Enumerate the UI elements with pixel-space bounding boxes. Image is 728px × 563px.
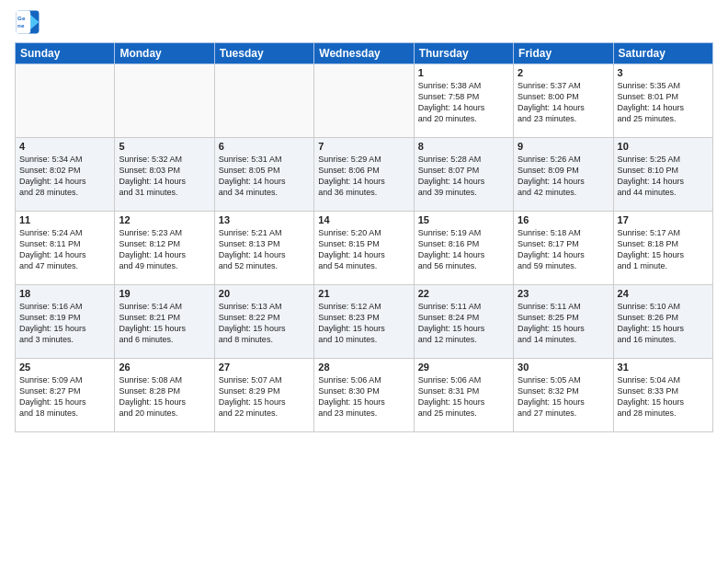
calendar-cell: 5Sunrise: 5:32 AM Sunset: 8:03 PM Daylig… [115,138,214,212]
calendar-cell: 2Sunrise: 5:37 AM Sunset: 8:00 PM Daylig… [514,64,613,138]
calendar-cell: 22Sunrise: 5:11 AM Sunset: 8:24 PM Dayli… [414,285,513,359]
calendar-cell: 4Sunrise: 5:34 AM Sunset: 8:02 PM Daylig… [16,138,115,212]
calendar-cell: 27Sunrise: 5:07 AM Sunset: 8:29 PM Dayli… [214,359,313,432]
calendar-cell: 14Sunrise: 5:20 AM Sunset: 8:15 PM Dayli… [314,212,414,285]
calendar-cell: 18Sunrise: 5:16 AM Sunset: 8:19 PM Dayli… [16,285,115,359]
page: Ge ne SundayMondayTuesdayWednesdayThursd… [0,0,728,563]
week-row-1: 1Sunrise: 5:38 AM Sunset: 7:58 PM Daylig… [16,64,713,138]
day-number: 29 [418,362,509,373]
cell-info: Sunrise: 5:32 AM Sunset: 8:03 PM Dayligh… [119,154,210,199]
day-number: 9 [518,141,609,152]
day-number: 26 [119,362,210,373]
cell-info: Sunrise: 5:13 AM Sunset: 8:22 PM Dayligh… [219,301,310,346]
day-number: 12 [119,214,210,225]
calendar: SundayMondayTuesdayWednesdayThursdayFrid… [15,42,713,432]
cell-info: Sunrise: 5:07 AM Sunset: 8:29 PM Dayligh… [219,374,310,419]
cell-info: Sunrise: 5:21 AM Sunset: 8:13 PM Dayligh… [219,227,310,272]
day-number: 25 [19,362,110,373]
cell-info: Sunrise: 5:20 AM Sunset: 8:15 PM Dayligh… [318,227,409,272]
day-number: 24 [618,288,709,299]
cell-info: Sunrise: 5:23 AM Sunset: 8:12 PM Dayligh… [119,227,210,272]
day-number: 11 [19,214,110,225]
cell-info: Sunrise: 5:24 AM Sunset: 8:11 PM Dayligh… [19,227,110,272]
weekday-header-monday: Monday [115,43,214,64]
day-number: 21 [318,288,409,299]
day-number: 14 [318,214,409,225]
cell-info: Sunrise: 5:25 AM Sunset: 8:10 PM Dayligh… [618,154,709,199]
week-row-3: 11Sunrise: 5:24 AM Sunset: 8:11 PM Dayli… [16,212,713,285]
calendar-cell [214,64,313,138]
calendar-cell: 28Sunrise: 5:06 AM Sunset: 8:30 PM Dayli… [314,359,414,432]
day-number: 19 [119,288,210,299]
calendar-cell: 17Sunrise: 5:17 AM Sunset: 8:18 PM Dayli… [613,212,712,285]
calendar-cell [314,64,414,138]
cell-info: Sunrise: 5:09 AM Sunset: 8:27 PM Dayligh… [19,374,110,419]
calendar-cell: 1Sunrise: 5:38 AM Sunset: 7:58 PM Daylig… [414,64,513,138]
calendar-cell: 25Sunrise: 5:09 AM Sunset: 8:27 PM Dayli… [16,359,115,432]
calendar-cell: 20Sunrise: 5:13 AM Sunset: 8:22 PM Dayli… [214,285,313,359]
calendar-cell: 24Sunrise: 5:10 AM Sunset: 8:26 PM Dayli… [613,285,712,359]
calendar-cell: 3Sunrise: 5:35 AM Sunset: 8:01 PM Daylig… [613,64,712,138]
day-number: 7 [318,141,409,152]
cell-info: Sunrise: 5:06 AM Sunset: 8:30 PM Dayligh… [318,374,409,419]
day-number: 8 [418,141,509,152]
calendar-cell [115,64,214,138]
calendar-cell [16,64,115,138]
calendar-cell: 31Sunrise: 5:04 AM Sunset: 8:33 PM Dayli… [613,359,712,432]
calendar-cell: 10Sunrise: 5:25 AM Sunset: 8:10 PM Dayli… [613,138,712,212]
calendar-cell: 12Sunrise: 5:23 AM Sunset: 8:12 PM Dayli… [115,212,214,285]
calendar-cell: 23Sunrise: 5:11 AM Sunset: 8:25 PM Dayli… [514,285,613,359]
cell-info: Sunrise: 5:38 AM Sunset: 7:58 PM Dayligh… [418,80,509,125]
calendar-cell: 7Sunrise: 5:29 AM Sunset: 8:06 PM Daylig… [314,138,414,212]
calendar-cell: 30Sunrise: 5:05 AM Sunset: 8:32 PM Dayli… [514,359,613,432]
day-number: 27 [219,362,310,373]
cell-info: Sunrise: 5:05 AM Sunset: 8:32 PM Dayligh… [518,374,609,419]
cell-info: Sunrise: 5:34 AM Sunset: 8:02 PM Dayligh… [19,154,110,199]
calendar-cell: 11Sunrise: 5:24 AM Sunset: 8:11 PM Dayli… [16,212,115,285]
logo-icon: Ge ne [15,9,40,35]
day-number: 15 [418,214,509,225]
weekday-header-wednesday: Wednesday [314,43,414,64]
weekday-header-sunday: Sunday [16,43,115,64]
weekday-header-friday: Friday [514,43,613,64]
calendar-cell: 8Sunrise: 5:28 AM Sunset: 8:07 PM Daylig… [414,138,513,212]
cell-info: Sunrise: 5:06 AM Sunset: 8:31 PM Dayligh… [418,374,509,419]
day-number: 30 [518,362,609,373]
cell-info: Sunrise: 5:08 AM Sunset: 8:28 PM Dayligh… [119,374,210,419]
cell-info: Sunrise: 5:11 AM Sunset: 8:24 PM Dayligh… [418,301,509,346]
week-row-2: 4Sunrise: 5:34 AM Sunset: 8:02 PM Daylig… [16,138,713,212]
cell-info: Sunrise: 5:31 AM Sunset: 8:05 PM Dayligh… [219,154,310,199]
cell-info: Sunrise: 5:04 AM Sunset: 8:33 PM Dayligh… [618,374,709,419]
cell-info: Sunrise: 5:29 AM Sunset: 8:06 PM Dayligh… [318,154,409,199]
cell-info: Sunrise: 5:12 AM Sunset: 8:23 PM Dayligh… [318,301,409,346]
weekday-header-row: SundayMondayTuesdayWednesdayThursdayFrid… [16,43,713,64]
day-number: 13 [219,214,310,225]
weekday-header-tuesday: Tuesday [214,43,313,64]
calendar-cell: 29Sunrise: 5:06 AM Sunset: 8:31 PM Dayli… [414,359,513,432]
cell-info: Sunrise: 5:26 AM Sunset: 8:09 PM Dayligh… [518,154,609,199]
day-number: 16 [518,214,609,225]
calendar-cell: 19Sunrise: 5:14 AM Sunset: 8:21 PM Dayli… [115,285,214,359]
day-number: 1 [418,67,509,78]
calendar-cell: 26Sunrise: 5:08 AM Sunset: 8:28 PM Dayli… [115,359,214,432]
day-number: 28 [318,362,409,373]
day-number: 10 [618,141,709,152]
week-row-5: 25Sunrise: 5:09 AM Sunset: 8:27 PM Dayli… [16,359,713,432]
calendar-cell: 13Sunrise: 5:21 AM Sunset: 8:13 PM Dayli… [214,212,313,285]
logo: Ge ne [15,9,44,35]
cell-info: Sunrise: 5:17 AM Sunset: 8:18 PM Dayligh… [618,227,709,272]
cell-info: Sunrise: 5:11 AM Sunset: 8:25 PM Dayligh… [518,301,609,346]
cell-info: Sunrise: 5:18 AM Sunset: 8:17 PM Dayligh… [518,227,609,272]
day-number: 31 [618,362,709,373]
cell-info: Sunrise: 5:16 AM Sunset: 8:19 PM Dayligh… [19,301,110,346]
svg-text:ne: ne [17,22,25,29]
cell-info: Sunrise: 5:35 AM Sunset: 8:01 PM Dayligh… [618,80,709,125]
header: Ge ne [15,9,713,35]
cell-info: Sunrise: 5:14 AM Sunset: 8:21 PM Dayligh… [119,301,210,346]
week-row-4: 18Sunrise: 5:16 AM Sunset: 8:19 PM Dayli… [16,285,713,359]
day-number: 22 [418,288,509,299]
calendar-cell: 15Sunrise: 5:19 AM Sunset: 8:16 PM Dayli… [414,212,513,285]
day-number: 23 [518,288,609,299]
day-number: 3 [618,67,709,78]
calendar-cell: 21Sunrise: 5:12 AM Sunset: 8:23 PM Dayli… [314,285,414,359]
